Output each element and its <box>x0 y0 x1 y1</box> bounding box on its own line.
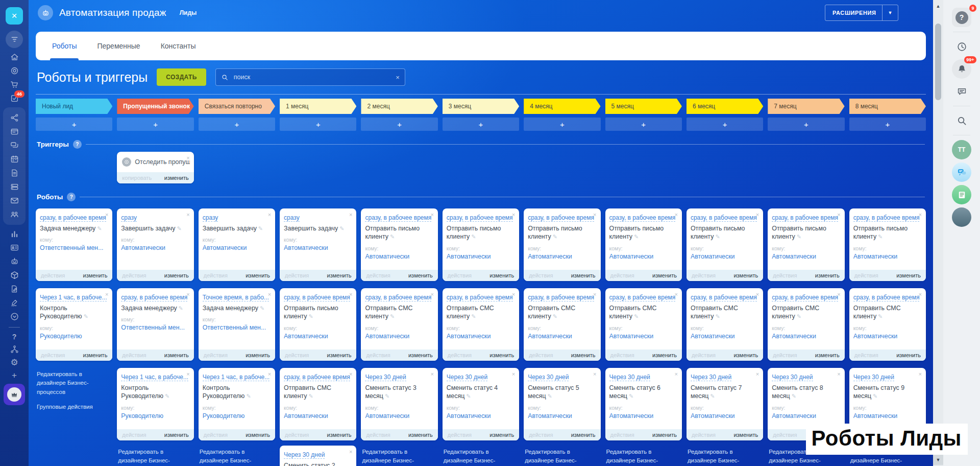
extensions-button[interactable]: РАСШИРЕНИЯ ▼ <box>825 5 898 21</box>
actions-link[interactable]: действия <box>692 272 716 278</box>
robot-action-name[interactable]: Задача менеджеру✎ <box>203 304 271 313</box>
filter-icon[interactable] <box>6 31 23 48</box>
close-icon[interactable]: × <box>919 371 922 377</box>
actions-link[interactable]: действия <box>692 352 716 358</box>
robot-when-link[interactable]: Через 30 дней <box>365 374 406 381</box>
close-icon[interactable]: × <box>919 212 922 218</box>
pencil-icon[interactable]: ✎ <box>390 234 395 240</box>
robot-when-link[interactable]: Через 1 час, в рабоче... <box>40 294 107 301</box>
pencil-icon[interactable]: ✎ <box>260 305 264 311</box>
edit-link[interactable]: изменить <box>571 352 596 358</box>
edit-link[interactable]: изменить <box>652 432 677 438</box>
close-icon[interactable]: × <box>186 371 189 377</box>
close-icon[interactable]: × <box>674 212 677 218</box>
search-icon[interactable] <box>952 111 971 130</box>
robot-action-name[interactable]: Отправить СМС клиенту✎ <box>609 304 678 321</box>
to-value-link[interactable]: Автоматически <box>853 333 922 340</box>
add-robot-button-7[interactable]: + <box>524 118 600 131</box>
to-value-link[interactable]: Автоматически <box>203 244 271 251</box>
feed-icon[interactable] <box>952 185 971 204</box>
document-icon[interactable] <box>10 168 19 178</box>
home-icon[interactable] <box>10 52 19 62</box>
idcard-icon[interactable] <box>10 243 19 252</box>
add-robot-button-9[interactable]: + <box>687 118 763 131</box>
edit-link[interactable]: изменить <box>83 272 108 278</box>
edit-link[interactable]: изменить <box>489 352 514 358</box>
edit-link[interactable]: изменить <box>83 352 108 358</box>
edit-link[interactable]: изменить <box>164 175 189 181</box>
robot-when-link[interactable]: сразу, в рабочее время <box>365 294 431 301</box>
robot-action-name[interactable]: Завершить задачу✎ <box>284 224 352 233</box>
close-icon[interactable]: × <box>837 212 840 218</box>
to-value-link[interactable]: Автоматически <box>772 253 840 260</box>
robot-when-link[interactable]: сразу, в рабочее время <box>609 214 676 222</box>
actions-link[interactable]: действия <box>204 432 228 438</box>
actions-link[interactable]: действия <box>448 432 472 438</box>
robot-action-name[interactable]: Задача менеджеру✎ <box>121 304 189 313</box>
edit-link[interactable]: изменить <box>246 432 270 438</box>
close-icon[interactable]: × <box>430 212 433 218</box>
designer-link[interactable]: Редактировать в дизайнере Бизнес-процесс… <box>362 448 434 466</box>
robot-when-link[interactable]: Через 1 час, в рабоче... <box>203 374 270 381</box>
help-icon[interactable]: ? <box>73 140 82 149</box>
robot-when-link[interactable]: Через 30 дней <box>284 451 325 459</box>
pencil-icon[interactable]: ✎ <box>710 393 715 399</box>
close-icon[interactable]: × <box>105 212 108 218</box>
close-icon[interactable]: × <box>268 292 271 297</box>
designer-link[interactable]: Редактировать в дизайнере Бизнес-процесс… <box>118 448 190 466</box>
to-value-link[interactable]: Руководителю <box>203 412 271 420</box>
messenger-icon[interactable] <box>952 162 971 182</box>
pencil-icon[interactable]: ✎ <box>715 313 720 319</box>
robot-action-name[interactable]: Сменить статус 8 месяц✎ <box>772 384 840 401</box>
edit-link[interactable]: изменить <box>164 272 189 278</box>
edit-link[interactable]: изменить <box>327 432 352 438</box>
to-value-link[interactable]: Автоматически <box>691 253 759 260</box>
robot-action-name[interactable]: Сменить статус 4 месяц✎ <box>447 384 515 401</box>
robot-when-link[interactable]: сразу, в рабочее время <box>609 294 676 301</box>
robot-when-link[interactable]: сразу, в рабочее время <box>772 214 838 222</box>
scrollbar-thumb[interactable] <box>935 24 941 100</box>
actions-link[interactable]: действия <box>285 432 309 438</box>
actions-link[interactable]: действия <box>773 352 797 358</box>
to-value-link[interactable]: Автоматически <box>447 333 515 340</box>
robot-action-name[interactable]: Отправить письмо клиенту✎ <box>853 224 922 241</box>
chat-icon[interactable] <box>10 141 19 150</box>
actions-link[interactable]: действия <box>285 272 309 278</box>
actions-link[interactable]: действия <box>122 432 146 438</box>
robot-when-link[interactable]: Через 30 дней <box>447 374 487 381</box>
actions-link[interactable]: действия <box>773 432 797 438</box>
close-icon[interactable]: × <box>349 212 352 218</box>
scroll-down-icon[interactable]: ▼ <box>933 455 943 465</box>
robot-action-name[interactable]: Задача менеджеру✎ <box>40 224 108 233</box>
close-icon[interactable]: × <box>349 292 352 297</box>
help-icon[interactable]: ? <box>12 333 17 340</box>
robot-action-name[interactable]: Отправить СМС клиенту✎ <box>365 304 433 321</box>
close-icon[interactable]: × <box>430 292 433 297</box>
pencil-icon[interactable]: ✎ <box>177 225 181 231</box>
robot-when-link[interactable]: сразу, в рабочее время <box>40 214 106 222</box>
robot-action-name[interactable]: Отправить СМС клиенту✎ <box>691 304 759 321</box>
actions-link[interactable]: действия <box>41 352 65 358</box>
actions-link[interactable]: действия <box>204 352 228 358</box>
create-button[interactable]: СОЗДАТЬ <box>157 68 206 86</box>
search-input[interactable] <box>233 73 391 81</box>
edit-link[interactable]: изменить <box>408 432 433 438</box>
help-icon[interactable]: ?9 <box>952 8 971 27</box>
close-icon[interactable]: × <box>919 292 922 297</box>
pencil-icon[interactable]: ✎ <box>258 225 263 231</box>
robot-action-name[interactable]: Сменить статус 5 месяц✎ <box>528 384 596 401</box>
to-value-link[interactable]: Автоматически <box>772 333 840 340</box>
robot-action-name[interactable]: Завершить задачу✎ <box>121 224 189 233</box>
actions-link[interactable]: действия <box>610 352 634 358</box>
add-robot-button-8[interactable]: + <box>605 118 682 131</box>
add-robot-button-10[interactable]: + <box>768 118 844 131</box>
robot-icon[interactable] <box>10 257 19 266</box>
edit-link[interactable]: изменить <box>164 432 189 438</box>
notifications-icon[interactable]: 99+ <box>952 59 971 79</box>
pencil-icon[interactable]: ✎ <box>715 234 720 240</box>
edit-link[interactable]: изменить <box>652 272 677 278</box>
add-robot-button-5[interactable]: + <box>361 118 437 131</box>
robot-when-link[interactable]: Через 1 час, в рабоче... <box>121 374 188 381</box>
close-icon[interactable]: × <box>837 371 840 377</box>
close-icon[interactable]: × <box>186 292 189 297</box>
